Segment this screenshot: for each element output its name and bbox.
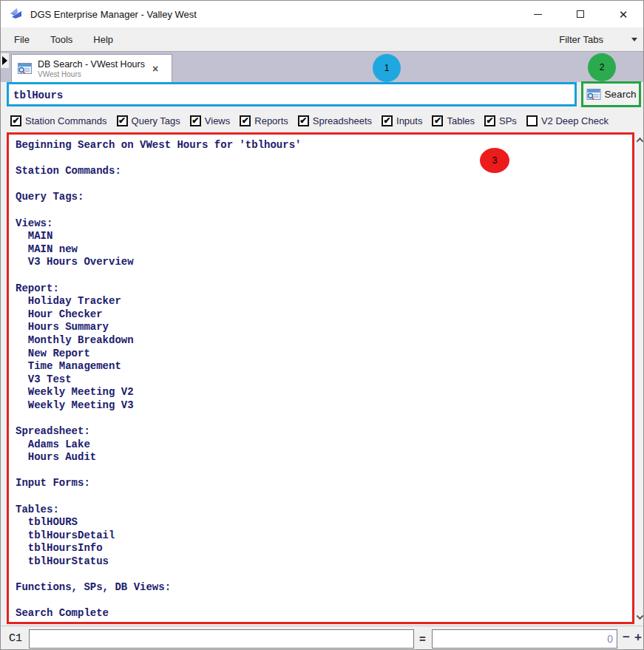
app-window: DGS Enterprise Manager - Valley West ✕ F…: [0, 0, 644, 650]
checkbox-station-commands[interactable]: ✔ Station Commands: [10, 115, 107, 126]
filter-tabs-dropdown-icon[interactable]: [631, 38, 637, 41]
checkbox-spreadsheets[interactable]: ✔ Spreadsheets: [298, 115, 372, 126]
checkbox-icon: ✔: [382, 115, 393, 126]
menu-tools[interactable]: Tools: [40, 27, 83, 51]
checkbox-label: Inputs: [396, 115, 422, 126]
checkbox-label: Reports: [254, 115, 288, 126]
increment-button[interactable]: +: [634, 630, 642, 645]
value-input[interactable]: [432, 629, 617, 649]
annotation-circle-2: 2: [588, 53, 616, 81]
minimize-button[interactable]: [516, 1, 559, 27]
checkbox-icon: ✔: [432, 115, 443, 126]
menu-help[interactable]: Help: [83, 27, 123, 51]
window-title: DGS Enterprise Manager - Valley West: [30, 9, 197, 20]
tab-subtitle: VWest Hours: [38, 70, 145, 78]
menu-bar: File Tools Help Filter Tabs: [1, 27, 644, 51]
checkbox-query-tags[interactable]: ✔ Query Tags: [117, 115, 180, 126]
checkbox-icon: ✔: [10, 115, 21, 126]
search-button[interactable]: Search: [581, 81, 641, 107]
cell-reference-label: C1: [9, 632, 22, 645]
checkbox-label: Spreadsheets: [313, 115, 372, 126]
checkbox-icon: ✔: [190, 115, 201, 126]
tab-title: DB Search - VWest Hours: [38, 59, 145, 70]
formula-input[interactable]: [29, 629, 414, 649]
tab-close-icon[interactable]: ×: [152, 64, 158, 74]
title-bar: DGS Enterprise Manager - Valley West ✕: [1, 1, 644, 27]
checkbox-tables[interactable]: ✔ Tables: [432, 115, 475, 126]
equals-label: =: [419, 632, 426, 645]
annotation-3-number: 3: [492, 155, 498, 166]
maximize-button[interactable]: [559, 1, 602, 27]
tab-strip: DB Search - VWest Hours VWest Hours ×: [1, 51, 644, 82]
search-button-icon: [586, 89, 601, 101]
checkbox-icon: [526, 115, 538, 126]
filter-row: ✔ Station Commands ✔ Query Tags ✔ Views …: [10, 112, 639, 129]
checkbox-icon: ✔: [484, 115, 495, 126]
scroll-down-button[interactable]: [634, 611, 644, 623]
tab-db-search[interactable]: DB Search - VWest Hours VWest Hours ×: [11, 54, 172, 83]
search-button-label: Search: [605, 89, 637, 100]
checkbox-icon: ✔: [117, 115, 128, 126]
annotation-circle-3: 3: [480, 148, 509, 173]
triangle-right-icon: [2, 56, 7, 65]
close-icon: ✕: [619, 9, 628, 20]
search-results-text: Beginning Search on VWest Hours for 'tbl…: [9, 135, 632, 620]
minimize-icon: [534, 14, 542, 15]
annotation-1-number: 1: [384, 63, 390, 73]
chevron-up-icon: [636, 137, 643, 144]
checkbox-reports[interactable]: ✔ Reports: [240, 115, 288, 126]
scroll-up-button[interactable]: [634, 134, 644, 146]
app-logo-icon: [9, 7, 24, 21]
checkbox-inputs[interactable]: ✔ Inputs: [382, 115, 422, 126]
search-input[interactable]: [7, 82, 577, 106]
tab-scroll-left-button[interactable]: [1, 53, 9, 68]
checkbox-label: V2 Deep Check: [541, 115, 609, 126]
close-button[interactable]: ✕: [602, 1, 644, 27]
checkbox-label: Tables: [447, 115, 475, 126]
chevron-down-icon: [636, 612, 643, 620]
annotation-circle-1: 1: [373, 54, 401, 82]
checkbox-label: Views: [205, 115, 230, 126]
checkbox-icon: ✔: [240, 115, 251, 126]
maximize-icon: [577, 10, 584, 18]
db-search-icon: [18, 63, 32, 75]
checkbox-sps[interactable]: ✔ SPs: [484, 115, 517, 126]
checkbox-label: Station Commands: [25, 115, 107, 126]
menu-file[interactable]: File: [1, 27, 40, 51]
search-results-panel[interactable]: Beginning Search on VWest Hours for 'tbl…: [7, 132, 634, 624]
annotation-2-number: 2: [600, 62, 605, 72]
status-bar: C1 = − +: [1, 626, 644, 650]
filter-tabs-label[interactable]: Filter Tabs: [559, 34, 603, 45]
decrement-button[interactable]: −: [623, 630, 630, 645]
checkbox-label: SPs: [499, 115, 517, 126]
checkbox-v2-deep-check[interactable]: V2 Deep Check: [526, 115, 609, 126]
checkbox-views[interactable]: ✔ Views: [190, 115, 230, 126]
checkbox-label: Query Tags: [132, 115, 180, 126]
results-scrollbar[interactable]: [634, 134, 644, 623]
checkbox-icon: ✔: [298, 115, 309, 126]
